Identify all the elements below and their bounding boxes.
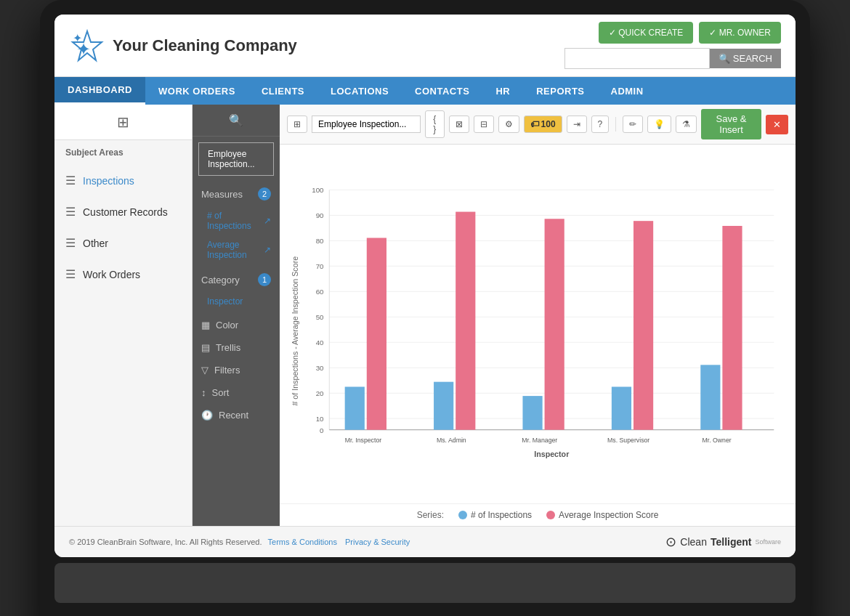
screen: ✦ ✦ Your Cleaning Company ✓ QUICK CREATE…	[54, 15, 796, 557]
privacy-link[interactable]: Privacy & Security	[345, 538, 410, 546]
sub-avg-icon: ↗	[264, 245, 271, 255]
footer-brand: ⊙ CleanTelligent Software	[665, 534, 781, 550]
bar-mr-owner-blue	[700, 365, 720, 429]
toolbar-code-btn[interactable]: { }	[425, 110, 445, 138]
sidebar-item-customer-records[interactable]: ☰ Customer Records	[54, 196, 192, 227]
legend-dot-avg	[546, 511, 555, 519]
sort-icon: ↕	[201, 387, 206, 398]
toolbar-tools-btn[interactable]: ⚙	[498, 115, 519, 133]
panel-sub-inspections[interactable]: # of Inspections ↗	[193, 206, 280, 235]
panel-sub-inspector[interactable]: Inspector	[193, 292, 280, 311]
svg-text:Ms. Admin: Ms. Admin	[437, 437, 466, 444]
svg-text:✦: ✦	[73, 32, 82, 44]
company-name: Your Cleaning Company	[113, 36, 297, 55]
copyright-text: © 2019 CleanBrain Software, Inc. All Rig…	[69, 538, 262, 546]
toolbar-highlight-btn[interactable]: 💡	[647, 115, 671, 133]
nav-item-reports[interactable]: REPORTS	[523, 78, 597, 104]
panel-section-category: Category 1 Inspector	[193, 267, 280, 311]
close-button[interactable]: ✕	[766, 115, 788, 134]
legend-dot-inspections	[458, 511, 467, 519]
svg-text:50: 50	[316, 313, 324, 321]
toolbar-export-btn[interactable]: ⇥	[567, 115, 587, 133]
toolbar-count-btn[interactable]: 🏷 100	[524, 115, 562, 133]
sub-avg-label: Average Inspection	[207, 240, 264, 260]
panel-item-recent[interactable]: 🕐 Recent	[193, 404, 280, 426]
legend-avg-label: Average Inspection Score	[559, 510, 658, 520]
save-insert-button[interactable]: Save & Insert	[701, 109, 761, 139]
keyboard	[54, 563, 796, 603]
work-orders-icon: ☰	[65, 267, 76, 281]
sidebar-icon-area: ⊞	[54, 105, 192, 140]
other-icon: ☰	[65, 236, 76, 250]
sidebar-item-work-orders[interactable]: ☰ Work Orders	[54, 259, 192, 290]
left-sidebar: ⊞ Subject Areas ☰ Inspections ☰ Customer…	[54, 105, 193, 526]
quick-create-button[interactable]: ✓ QUICK CREATE	[599, 22, 693, 44]
nav-item-locations[interactable]: LOCATIONS	[317, 78, 402, 104]
sidebar-item-inspections[interactable]: ☰ Inspections	[54, 165, 192, 196]
chart-area: ⊞ { } ⊠ ⊟ ⚙ 🏷 100 ⇥ ? ✏ 💡 ⚗ Save & Inser…	[280, 105, 796, 526]
footer-copyright: © 2019 CleanBrain Software, Inc. All Rig…	[69, 538, 410, 546]
chart-container: # of Inspections - Average Inspection Sc…	[280, 145, 796, 503]
legend-inspections: # of Inspections	[458, 510, 532, 520]
measures-badge: 2	[258, 187, 271, 200]
svg-text:Mr. Manager: Mr. Manager	[522, 437, 557, 444]
toolbar-filter2-btn[interactable]: ⚗	[676, 115, 697, 133]
nav-item-dashboard[interactable]: DASHBOARD	[54, 77, 145, 105]
toolbar-chart-btn[interactable]: ⊠	[449, 115, 469, 133]
search-button[interactable]: 🔍 SEARCH	[710, 49, 781, 68]
panel-item-sort[interactable]: ↕ Sort	[193, 381, 280, 404]
grid-icon: ⊞	[117, 113, 129, 131]
toolbar-edit-btn[interactable]: ✏	[623, 115, 643, 133]
toolbar-table-btn[interactable]: ⊞	[287, 115, 307, 133]
svg-text:80: 80	[316, 237, 324, 245]
nav-item-contacts[interactable]: CONTACTS	[402, 78, 482, 104]
svg-text:60: 60	[316, 288, 324, 296]
bar-mr-inspector-pink	[367, 238, 386, 429]
legend-avg-score: Average Inspection Score	[546, 510, 658, 520]
category-badge: 1	[258, 273, 271, 286]
nav-item-hr[interactable]: HR	[482, 78, 523, 104]
svg-text:100: 100	[312, 186, 324, 194]
legend-inspections-label: # of Inspections	[471, 510, 532, 520]
bar-ms-supervisor-pink	[634, 221, 653, 430]
bar-ms-admin-pink	[456, 212, 475, 430]
panel-item-trellis[interactable]: ▤ Trellis	[193, 336, 280, 359]
series-label: Series:	[417, 510, 444, 520]
svg-text:Ms. Supervisor: Ms. Supervisor	[607, 437, 649, 444]
panel-item-filters[interactable]: ▽ Filters	[193, 359, 280, 381]
count-badge: 100	[541, 119, 556, 129]
svg-text:10: 10	[316, 415, 324, 423]
nav-bar: DASHBOARD WORK ORDERS CLIENTS LOCATIONS …	[54, 77, 796, 105]
panel-title[interactable]: Employee Inspection...	[198, 142, 274, 176]
panel-section-measures: Measures 2 # of Inspections ↗ Average In…	[193, 182, 280, 264]
nav-item-work-orders[interactable]: WORK ORDERS	[145, 78, 248, 104]
sidebar-inspections-label: Inspections	[83, 175, 134, 187]
nav-item-admin[interactable]: ADMIN	[598, 78, 657, 104]
filters-label: Filters	[214, 365, 240, 376]
category-header[interactable]: Category 1	[193, 267, 280, 292]
chart-legend: Series: # of Inspections Average Inspect…	[280, 503, 796, 526]
bar-mr-manager-pink	[545, 219, 564, 429]
nav-item-clients[interactable]: CLIENTS	[248, 78, 317, 104]
bar-mr-manager-blue	[522, 396, 542, 430]
terms-link[interactable]: Terms & Conditions	[268, 538, 337, 546]
logo-icon: ✦ ✦	[69, 28, 105, 64]
toolbar-help-btn[interactable]: ?	[591, 115, 610, 133]
panel-item-color[interactable]: ▦ Color	[193, 314, 280, 336]
panel-sub-avg-inspection[interactable]: Average Inspection ↗	[193, 235, 280, 264]
sort-label: Sort	[212, 387, 230, 398]
filters-icon: ▽	[201, 365, 209, 376]
toolbar-title-input[interactable]	[312, 115, 421, 133]
mr-owner-button[interactable]: ✓ MR. OWNER	[699, 22, 781, 44]
search-input[interactable]	[564, 48, 710, 69]
trellis-icon: ▤	[201, 342, 210, 353]
measures-header[interactable]: Measures 2	[193, 182, 280, 206]
bar-ms-admin-blue	[434, 382, 453, 430]
customer-records-icon: ☰	[65, 205, 76, 219]
svg-text:0: 0	[320, 426, 324, 434]
color-icon: ▦	[201, 320, 210, 331]
sidebar-item-other[interactable]: ☰ Other	[54, 227, 192, 259]
panel-search[interactable]: 🔍	[193, 105, 280, 137]
toolbar-layout-btn[interactable]: ⊟	[474, 115, 494, 133]
brand-icon: ⊙	[665, 534, 676, 550]
